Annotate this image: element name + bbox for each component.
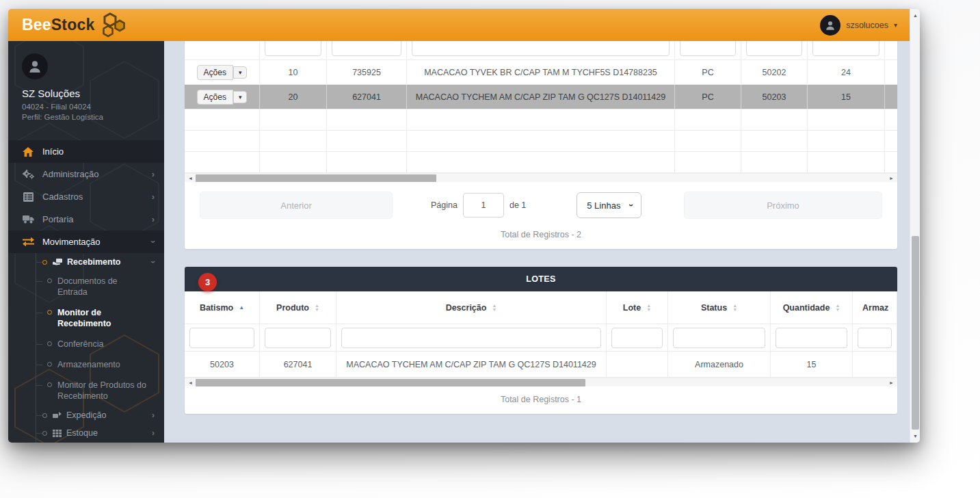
sidebar-item-inicio[interactable]: Início [8, 140, 164, 163]
bullet-ring-icon [47, 382, 52, 387]
column-header-armazem[interactable]: Armaz [853, 291, 897, 324]
actions-button-label[interactable]: Ações [197, 90, 233, 105]
documents-pagination: Anterior Página de 1 5 Linhas › Próximo [185, 182, 897, 222]
scroll-right-arrow-icon[interactable]: ► [887, 378, 896, 387]
column-header-lote[interactable]: Lote ▲▼ [607, 291, 668, 324]
filter-quantidade-input[interactable] [776, 328, 847, 348]
vertical-scroll-thumb[interactable] [912, 236, 919, 430]
sidebar-item-label: Monitor de Recebimento [57, 307, 146, 329]
cell-descricao: MACACAO TYCHEM AM C/CAP ZIP TAM G QC127S… [336, 352, 607, 377]
scroll-right-arrow-icon[interactable]: ► [887, 174, 896, 183]
horizontal-scroll-thumb[interactable] [196, 379, 585, 386]
chevron-right-icon: › [152, 192, 155, 202]
filter-item-input[interactable] [265, 41, 321, 56]
table-row[interactable]: Ações ▾ 10 735925 MACACAO TYVEK BR C/CAP… [185, 60, 897, 85]
sidebar-item-label: Recebimento [67, 257, 152, 267]
chevron-right-icon: › [152, 428, 155, 438]
app-window: BeeStock szsolucoes ▾ ▲ ▼ [8, 9, 920, 443]
horizontal-scroll-thumb[interactable] [196, 174, 436, 182]
sidebar-item-cadastros[interactable]: Cadastros › [8, 185, 164, 208]
column-header-status[interactable]: Status ▲▼ [668, 291, 771, 324]
beestock-logo[interactable]: BeeStock [22, 12, 126, 38]
filter-batismo-input[interactable] [746, 41, 802, 56]
filter-status-input[interactable] [673, 328, 765, 348]
filter-descricao-input[interactable] [341, 328, 601, 348]
actions-dropdown-button[interactable]: Ações ▾ [197, 90, 248, 105]
user-menu[interactable]: szsolucoes ▾ [820, 15, 897, 36]
sidebar-item-label: Monitor de Produtos do Recebimento [57, 380, 146, 402]
sidebar: SZ Soluções 04024 - Filial 04024 Perfil:… [8, 41, 164, 443]
scroll-left-arrow-icon[interactable]: ◄ [186, 174, 195, 183]
cell-quantidade: 15 [771, 352, 853, 377]
column-header-quantidade[interactable]: Quantidade ▲▼ [771, 291, 853, 324]
sort-icon: ▲▼ [646, 304, 651, 312]
user-menu-caret-icon: ▾ [894, 21, 897, 29]
sidebar-item-administracao[interactable]: Administração › [8, 163, 164, 185]
sidebar-item-monitor-de-recebimento[interactable]: Monitor de Recebimento [47, 302, 164, 334]
actions-caret-icon[interactable]: ▾ [233, 66, 248, 79]
sidebar-item-estoque[interactable]: Estoque › [8, 424, 164, 442]
scroll-up-arrow-icon[interactable]: ▲ [910, 10, 920, 21]
gears-icon [22, 169, 34, 179]
lotes-panel-header: 3 LOTES [185, 267, 897, 291]
cell-armazem [853, 352, 897, 377]
page-number-input[interactable] [463, 193, 504, 218]
filter-produto-input[interactable] [265, 328, 331, 348]
filter-armazem-input[interactable] [858, 328, 892, 348]
actions-caret-icon[interactable]: ▾ [233, 91, 248, 103]
cell-item: 10 [260, 60, 327, 84]
next-page-button[interactable]: Próximo [684, 192, 882, 219]
sidebar-item-inventario[interactable]: Inventário › [8, 442, 164, 443]
actions-dropdown-button[interactable]: Ações ▾ [197, 65, 248, 80]
bullet-ring-icon [42, 260, 47, 265]
page-vertical-scrollbar[interactable]: ▲ ▼ [910, 9, 920, 443]
filter-descricao-input[interactable] [412, 41, 670, 56]
documents-horizontal-scrollbar[interactable]: ◄ ► [185, 173, 897, 182]
tree-connector [36, 271, 36, 398]
filter-produto-input[interactable] [332, 41, 401, 56]
sidebar-item-armazenamento[interactable]: Armazenamento [47, 354, 164, 375]
step-badge: 3 [198, 273, 217, 291]
cell-produto: 735925 [327, 60, 407, 84]
lines-per-page-select[interactable]: 5 Linhas › [577, 192, 641, 218]
column-header-descricao[interactable]: Descrição ▲▼ [336, 291, 607, 324]
truck-icon [22, 215, 34, 224]
table-row[interactable]: 50203 627041 MACACAO TYCHEM AM C/CAP ZIP… [185, 352, 897, 378]
cell-batismo: 50203 [185, 352, 260, 377]
empty-table-row [185, 131, 897, 152]
sidebar-item-conferencia[interactable]: Conferência [47, 334, 164, 354]
lotes-horizontal-scrollbar[interactable]: ◄ ► [185, 378, 897, 386]
cell-quantidade: 15 [808, 85, 885, 109]
sidebar-item-monitor-de-produtos[interactable]: Monitor de Produtos do Recebimento [47, 375, 164, 406]
select-caret-icon: › [626, 204, 636, 207]
chevron-right-icon: › [152, 214, 155, 224]
filter-quantidade-input[interactable] [812, 41, 879, 56]
scroll-left-arrow-icon[interactable]: ◄ [186, 378, 195, 387]
list-table-icon [22, 192, 34, 202]
sidebar-item-portaria[interactable]: Portaria › [8, 208, 164, 231]
sidebar-item-movimentacao[interactable]: Movimentação › [8, 231, 164, 253]
receiving-documents-panel: Ações ▾ 10 735925 MACACAO TYVEK BR C/CAP… [185, 41, 897, 249]
page-of-label: de 1 [509, 200, 526, 210]
scroll-down-arrow-icon[interactable]: ▼ [910, 431, 920, 441]
cell-descricao: MACACAO TYCHEM AM C/CAP ZIP TAM G QC127S… [407, 85, 675, 109]
sidebar-item-label: Portaria [42, 214, 152, 224]
actions-button-label[interactable]: Ações [197, 65, 233, 80]
sidebar-item-documentos-de-entrada[interactable]: Documentos de Entrada [47, 271, 164, 302]
sidebar-item-expedicao[interactable]: Expedição › [8, 406, 164, 424]
previous-page-button[interactable]: Anterior [200, 192, 393, 219]
documents-total-records: Total de Registros - 2 [185, 222, 897, 249]
sidebar-item-recebimento[interactable]: Recebimento › [8, 253, 164, 271]
username-label: szsolucoes [846, 21, 888, 30]
filter-batismo-input[interactable] [189, 328, 254, 348]
grid-icon [53, 430, 62, 437]
bullet-ring-icon [47, 278, 52, 283]
filter-lote-input[interactable] [611, 328, 663, 348]
table-row-selected[interactable]: Ações ▾ 20 627041 MACACAO TYCHEM AM C/CA… [185, 85, 897, 109]
filter-um-input[interactable] [680, 41, 736, 56]
cell-status: Armazenado [668, 352, 771, 377]
column-label: Descrição [446, 303, 487, 313]
column-header-batismo[interactable]: Batismo ▲ [185, 291, 260, 324]
column-label: Armaz [862, 303, 888, 313]
column-header-produto[interactable]: Produto ▲▼ [260, 291, 336, 324]
